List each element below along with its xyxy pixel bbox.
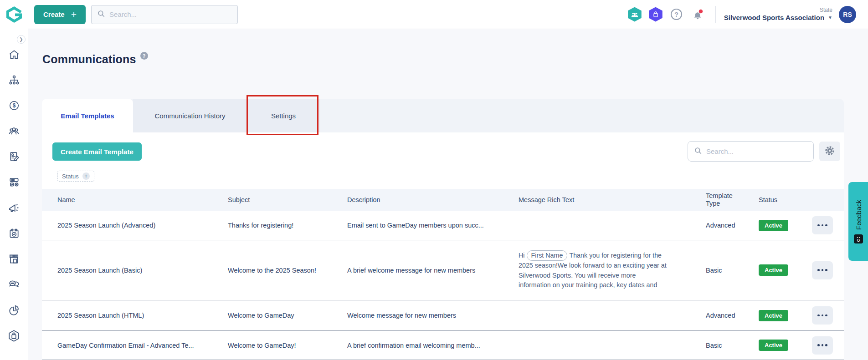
cell-subject: Welcome to GameDay!	[228, 342, 347, 349]
cell-description: Email sent to GameDay members upon succ.…	[347, 222, 519, 229]
row-more-options-button[interactable]	[812, 306, 833, 325]
org-selector[interactable]: State Silverwood Sports Association ▼	[724, 7, 832, 22]
cell-message-rich-text: HiFirst NameThank you for registering fo…	[519, 250, 706, 290]
cell-name: 2025 Season Launch (Advanced)	[57, 222, 228, 229]
topbar: Create + ? State Silverwood Sports Assoc…	[28, 0, 868, 29]
column-header-name: Name	[57, 196, 228, 203]
sidebar: $	[0, 0, 28, 360]
shop-icon[interactable]	[8, 253, 20, 265]
status-badge: Active	[759, 340, 788, 351]
table-row[interactable]: GameDay Confirmation Email - Advanced Te…	[42, 331, 844, 360]
merge-field-chip: First Name	[527, 250, 568, 261]
create-button-label: Create	[43, 10, 65, 18]
status-badge: Active	[759, 310, 788, 321]
gear-icon	[824, 145, 835, 157]
organisation-icon[interactable]	[8, 74, 20, 86]
sidebar-collapse-button[interactable]: ❯	[17, 35, 26, 44]
column-header-subject: Subject	[228, 196, 347, 203]
status-badge: Active	[759, 264, 788, 276]
registrations-icon[interactable]	[8, 151, 20, 162]
marketplace-icon[interactable]	[648, 7, 663, 22]
finance-icon[interactable]: $	[8, 100, 20, 112]
cell-subject: Welcome to GameDay	[228, 312, 347, 319]
column-header-status: Status	[759, 196, 809, 203]
events-icon[interactable]	[8, 228, 20, 239]
create-button[interactable]: Create +	[34, 5, 86, 24]
communications-icon[interactable]	[8, 202, 20, 214]
status-filter-chip[interactable]: Status +	[57, 171, 94, 182]
cell-description: A brief welcome message for new members	[347, 267, 519, 274]
chevron-down-icon: ▼	[828, 15, 832, 21]
feedback-icon: c:	[854, 234, 863, 243]
cell-name: GameDay Confirmation Email - Advanced Te…	[57, 342, 228, 349]
marketplace-icon[interactable]	[8, 330, 20, 342]
help-icon[interactable]: ?	[669, 8, 684, 20]
svg-text:$: $	[12, 102, 15, 109]
row-more-options-button[interactable]	[812, 216, 833, 234]
global-search-input[interactable]	[109, 10, 232, 18]
table-header-row: Name Subject Description Message Rich Te…	[42, 189, 844, 211]
svg-text:?: ?	[674, 11, 678, 18]
table-row[interactable]: 2025 Season Launch (Basic) Welcome to th…	[42, 240, 844, 300]
email-templates-panel: Create Email Template Status + Name Subj…	[42, 132, 844, 360]
search-icon	[97, 10, 105, 20]
topbar-divider	[715, 6, 716, 23]
table-settings-button[interactable]	[819, 142, 840, 161]
row-more-options-button[interactable]	[812, 261, 833, 279]
tab-settings[interactable]: Settings	[247, 99, 320, 132]
table-row[interactable]: 2025 Season Launch (HTML) Welcome to Gam…	[42, 300, 844, 331]
org-level-label: State	[724, 7, 832, 14]
feedback-tab[interactable]: c: Feedback	[848, 182, 868, 261]
global-search[interactable]	[91, 5, 238, 24]
org-name-label: Silverwood Sports Association	[724, 14, 824, 22]
tab-bar: Email Templates Communication History Se…	[42, 99, 844, 132]
messages-icon[interactable]	[8, 279, 21, 290]
add-filter-icon: +	[82, 172, 90, 180]
cell-subject: Thanks for registering!	[228, 222, 347, 229]
gameday-logo[interactable]	[0, 0, 28, 29]
cell-name: 2025 Season Launch (HTML)	[57, 312, 228, 319]
table-search[interactable]	[688, 141, 814, 162]
tab-communication-history[interactable]: Communication History	[133, 99, 247, 132]
cell-name: 2025 Season Launch (Basic)	[57, 267, 228, 274]
cell-subject: Welcome to the 2025 Season!	[228, 267, 347, 274]
members-icon[interactable]	[8, 125, 20, 137]
column-header-description: Description	[347, 196, 519, 203]
cell-template-type: Basic	[706, 342, 759, 349]
plus-icon: +	[71, 10, 77, 19]
cell-template-type: Advanced	[706, 312, 759, 319]
cell-template-type: Advanced	[706, 222, 759, 229]
community-icon[interactable]	[627, 7, 642, 22]
feedback-label: Feedback	[854, 200, 862, 230]
status-filter-label: Status	[62, 173, 79, 180]
reports-icon[interactable]	[8, 304, 20, 316]
column-header-template-type: Template Type	[706, 192, 742, 208]
search-icon	[694, 147, 702, 157]
column-header-message-rich-text: Message Rich Text	[519, 196, 706, 203]
create-email-template-button[interactable]: Create Email Template	[52, 142, 142, 161]
row-more-options-button[interactable]	[812, 336, 833, 355]
products-icon[interactable]	[8, 176, 20, 188]
page-title: Communications	[42, 53, 136, 66]
cell-description: Welcome message for new members	[347, 312, 519, 319]
cell-description: A brief confirmation email welcoming mem…	[347, 342, 519, 349]
status-badge: Active	[759, 220, 788, 231]
cell-template-type: Basic	[706, 267, 759, 274]
table-row[interactable]: 2025 Season Launch (Advanced) Thanks for…	[42, 211, 844, 240]
table-body: 2025 Season Launch (Advanced) Thanks for…	[42, 211, 844, 360]
page-help-icon[interactable]: ?	[140, 52, 148, 60]
user-avatar[interactable]: RS	[839, 6, 856, 23]
tab-email-templates[interactable]: Email Templates	[42, 99, 133, 132]
notifications-bell-icon[interactable]	[690, 8, 705, 21]
home-icon[interactable]	[8, 49, 20, 61]
table-search-input[interactable]	[706, 147, 807, 155]
